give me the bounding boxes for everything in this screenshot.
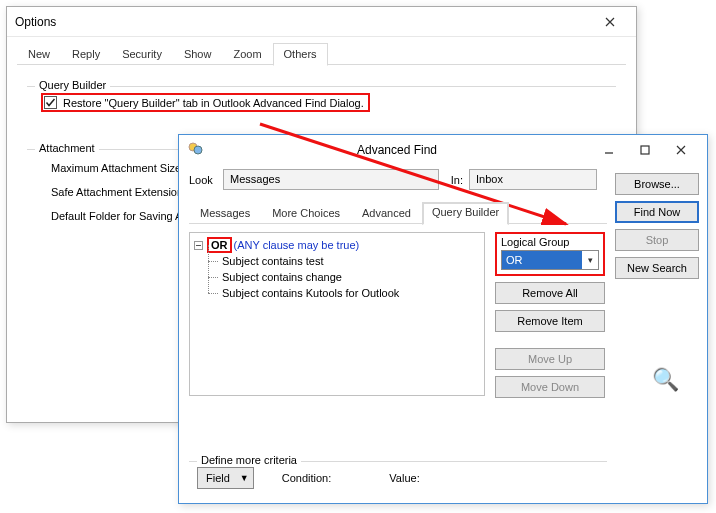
tab-messages[interactable]: Messages [189, 202, 261, 224]
checkbox-checked-icon[interactable] [44, 96, 57, 109]
logical-group-value: OR [502, 251, 582, 269]
search-icon: 🔍 [652, 367, 679, 393]
tab-show[interactable]: Show [173, 43, 223, 65]
tab-more-choices[interactable]: More Choices [261, 202, 351, 224]
tab-zoom[interactable]: Zoom [222, 43, 272, 65]
group-label-querybuilder: Query Builder [35, 79, 110, 91]
tree-item[interactable]: Subject contains change [194, 269, 480, 285]
tree-item[interactable]: Subject contains test [194, 253, 480, 269]
advanced-find-window: Advanced Find Look Messages In: Inbox Br… [178, 134, 708, 504]
close-icon[interactable] [663, 136, 699, 164]
svg-point-2 [194, 146, 202, 154]
chevron-down-icon: ▼ [240, 473, 249, 483]
condition-label: Condition: [282, 472, 332, 484]
in-field[interactable]: Inbox [469, 169, 597, 190]
svg-rect-3 [641, 146, 649, 154]
restore-qb-label: Restore "Query Builder" tab in Outlook A… [63, 97, 364, 109]
in-label: In: [451, 174, 463, 186]
tab-new[interactable]: New [17, 43, 61, 65]
stop-button: Stop [615, 229, 699, 251]
clause-tree[interactable]: OR (ANY clause may be true) Subject cont… [189, 232, 485, 396]
tab-security[interactable]: Security [111, 43, 173, 65]
advfind-tabs: Messages More Choices Advanced Query Bui… [179, 194, 607, 224]
look-label: Look [189, 174, 217, 186]
restore-qb-row: Restore "Query Builder" tab in Outlook A… [41, 93, 370, 112]
app-icon [187, 141, 203, 160]
tab-others[interactable]: Others [273, 43, 328, 66]
root-note: (ANY clause may be true) [234, 239, 360, 251]
tab-reply[interactable]: Reply [61, 43, 111, 65]
browse-button[interactable]: Browse... [615, 173, 699, 195]
look-in-row: Look Messages In: Inbox [179, 165, 607, 194]
value-label: Value: [389, 472, 419, 484]
define-more-group: Define more criteria Field ▼ Condition: … [189, 455, 607, 495]
field-combo[interactable]: Field ▼ [197, 467, 254, 489]
collapse-icon[interactable] [194, 241, 203, 250]
new-search-button[interactable]: New Search [615, 257, 699, 279]
advfind-titlebar: Advanced Find [179, 135, 707, 165]
logical-group-combo[interactable]: OR ▾ [501, 250, 599, 270]
logical-group-label: Logical Group [501, 236, 599, 248]
root-op: OR [207, 237, 232, 253]
options-title: Options [15, 15, 56, 29]
minimize-icon[interactable] [591, 136, 627, 164]
svg-rect-0 [45, 97, 57, 109]
chevron-down-icon: ▾ [582, 255, 598, 265]
tab-advanced[interactable]: Advanced [351, 202, 422, 224]
find-now-button[interactable]: Find Now [615, 201, 699, 223]
tab-query-builder[interactable]: Query Builder [422, 202, 509, 225]
close-icon[interactable] [592, 8, 628, 36]
query-builder-group: Query Builder Restore "Query Builder" ta… [27, 79, 616, 120]
define-more-label: Define more criteria [197, 454, 301, 466]
move-down-button: Move Down [495, 376, 605, 398]
maximize-icon[interactable] [627, 136, 663, 164]
options-titlebar: Options [7, 7, 636, 37]
remove-item-button[interactable]: Remove Item [495, 310, 605, 332]
options-tabs: New Reply Security Show Zoom Others [7, 37, 636, 65]
group-label-attachment: Attachment [35, 142, 99, 154]
field-label: Field [206, 472, 230, 484]
remove-all-button[interactable]: Remove All [495, 282, 605, 304]
logical-group-box: Logical Group OR ▾ [495, 232, 605, 276]
tree-item[interactable]: Subject contains Kutools for Outlook [194, 285, 480, 301]
advfind-title: Advanced Find [357, 143, 437, 157]
tree-root[interactable]: OR (ANY clause may be true) [194, 237, 480, 253]
move-up-button: Move Up [495, 348, 605, 370]
look-field[interactable]: Messages [223, 169, 439, 190]
